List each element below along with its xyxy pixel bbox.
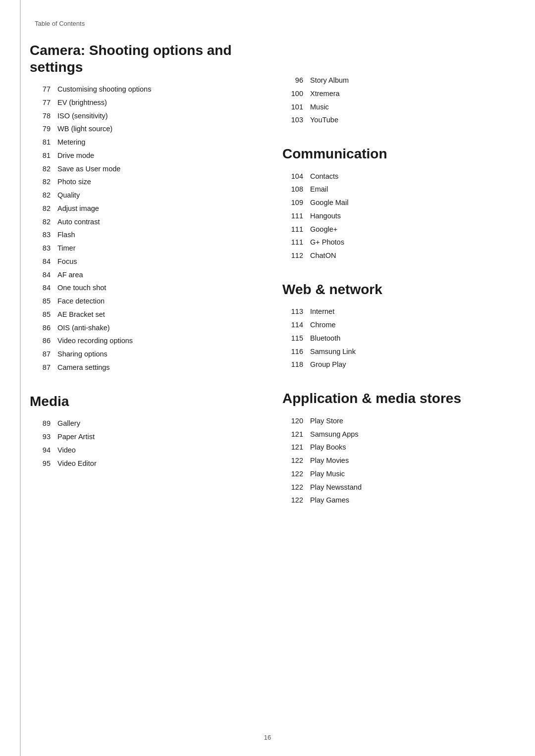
toc-num: 111 xyxy=(282,237,303,248)
toc-num: 84 xyxy=(30,270,51,281)
section-title-apps: Application & media stores xyxy=(282,390,505,407)
section-title-web: Web & network xyxy=(282,281,505,298)
toc-num: 104 xyxy=(282,171,303,182)
toc-num: 89 xyxy=(30,418,51,429)
toc-text: Flash xyxy=(57,230,75,241)
section-title-camera: Camera: Shooting options and settings xyxy=(30,42,253,75)
list-item: 104Contacts xyxy=(282,171,505,182)
toc-num: 94 xyxy=(30,445,51,456)
toc-text: Play Music xyxy=(310,469,345,480)
toc-num: 121 xyxy=(282,442,303,453)
toc-num: 83 xyxy=(30,230,51,241)
toc-text: Drive mode xyxy=(57,151,94,161)
toc-text: OIS (anti-shake) xyxy=(57,323,110,334)
toc-num: 87 xyxy=(30,349,51,360)
toc-text: Play Books xyxy=(310,442,346,453)
list-item: 84Focus xyxy=(30,256,253,267)
list-item: 79WB (light source) xyxy=(30,124,253,135)
toc-text: Chrome xyxy=(310,320,336,331)
list-item: 112ChatON xyxy=(282,251,505,261)
toc-num: 101 xyxy=(282,102,303,113)
list-item: 121Samsung Apps xyxy=(282,429,505,440)
toc-num: 108 xyxy=(282,184,303,195)
page-container: Table of Contents Camera: Shooting optio… xyxy=(0,0,535,756)
list-item: 122Play Movies xyxy=(282,455,505,466)
toc-text: G+ Photos xyxy=(310,237,344,248)
toc-text: Customising shooting options xyxy=(57,84,151,95)
list-item: 121Play Books xyxy=(282,442,505,453)
list-item: 81Metering xyxy=(30,137,253,148)
toc-num: 83 xyxy=(30,243,51,254)
toc-num: 122 xyxy=(282,455,303,466)
toc-num: 78 xyxy=(30,111,51,122)
left-column: Camera: Shooting options and settings 77… xyxy=(30,42,253,526)
camera-list: 77Customising shooting options77EV (brig… xyxy=(30,84,253,373)
list-item: 82Quality xyxy=(30,190,253,201)
toc-text: Quality xyxy=(57,190,80,201)
toc-text: Auto contrast xyxy=(57,217,100,228)
toc-text: Focus xyxy=(57,256,77,267)
toc-text: Play Movies xyxy=(310,455,349,466)
toc-text: Music xyxy=(310,102,329,113)
list-item: 89Gallery xyxy=(30,418,253,429)
toc-text: Play Newsstand xyxy=(310,482,362,493)
toc-num: 77 xyxy=(30,84,51,95)
list-item: 95Video Editor xyxy=(30,458,253,469)
list-item: 94Video xyxy=(30,445,253,456)
toc-num: 100 xyxy=(282,89,303,100)
list-item: 78ISO (sensitivity) xyxy=(30,111,253,122)
toc-text: Samsung Link xyxy=(310,347,356,357)
list-item: 111Hangouts xyxy=(282,211,505,222)
toc-label: Table of Contents xyxy=(35,20,505,27)
toc-text: Story Album xyxy=(310,75,349,86)
toc-text: Xtremera xyxy=(310,89,340,100)
list-item: 82Auto contrast xyxy=(30,217,253,228)
toc-num: 122 xyxy=(282,482,303,493)
toc-num: 82 xyxy=(30,190,51,201)
toc-num: 85 xyxy=(30,309,51,320)
toc-text: Video recording options xyxy=(57,336,133,347)
toc-num: 82 xyxy=(30,177,51,188)
list-item: 86OIS (anti-shake) xyxy=(30,323,253,334)
toc-text: Google Mail xyxy=(310,198,348,208)
list-item: 113Internet xyxy=(282,306,505,317)
toc-num: 79 xyxy=(30,124,51,135)
list-item: 103YouTube xyxy=(282,115,505,126)
toc-num: 82 xyxy=(30,217,51,228)
list-item: 96Story Album xyxy=(282,75,505,86)
section-title-communication: Communication xyxy=(282,146,505,162)
list-item: 120Play Store xyxy=(282,416,505,427)
toc-num: 86 xyxy=(30,336,51,347)
toc-num: 111 xyxy=(282,211,303,222)
toc-text: Photo size xyxy=(57,177,91,188)
toc-text: Camera settings xyxy=(57,362,110,373)
list-item: 83Timer xyxy=(30,243,253,254)
toc-num: 115 xyxy=(282,333,303,344)
toc-num: 87 xyxy=(30,362,51,373)
toc-text: AE Bracket set xyxy=(57,309,105,320)
toc-text: ISO (sensitivity) xyxy=(57,111,108,122)
list-item: 81Drive mode xyxy=(30,151,253,161)
list-item: 109Google Mail xyxy=(282,198,505,208)
toc-num: 114 xyxy=(282,320,303,331)
toc-num: 118 xyxy=(282,359,303,370)
toc-num: 116 xyxy=(282,347,303,357)
list-item: 111G+ Photos xyxy=(282,237,505,248)
list-item: 82Save as User mode xyxy=(30,164,253,175)
toc-text: AF area xyxy=(57,270,83,281)
two-column-layout: Camera: Shooting options and settings 77… xyxy=(30,42,505,526)
toc-num: 113 xyxy=(282,306,303,317)
toc-text: Video xyxy=(57,445,76,456)
toc-text: Save as User mode xyxy=(57,164,120,175)
list-item: 77Customising shooting options xyxy=(30,84,253,95)
list-item: 116Samsung Link xyxy=(282,347,505,357)
list-item: 86Video recording options xyxy=(30,336,253,347)
list-item: 87Sharing options xyxy=(30,349,253,360)
toc-num: 81 xyxy=(30,151,51,161)
toc-num: 120 xyxy=(282,416,303,427)
toc-text: Gallery xyxy=(57,418,80,429)
toc-num: 86 xyxy=(30,323,51,334)
toc-text: Google+ xyxy=(310,224,337,235)
toc-num: 95 xyxy=(30,458,51,469)
toc-text: Play Store xyxy=(310,416,343,427)
